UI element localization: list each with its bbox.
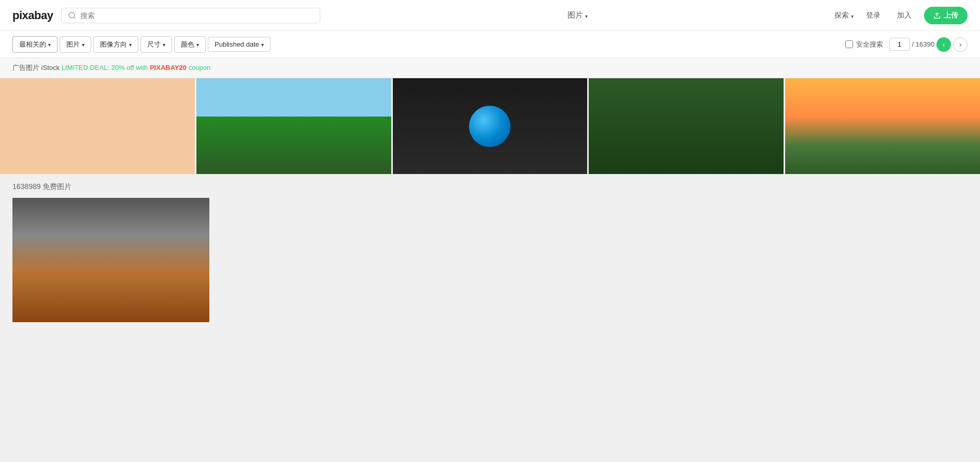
safe-search-checkbox[interactable] xyxy=(845,40,853,48)
most-relevant-chevron xyxy=(48,40,51,48)
filter-bar: 最相关的 图片 图像方向 尺寸 颜色 Published date 安全搜索 /… xyxy=(0,31,980,58)
upload-button[interactable]: 上传 xyxy=(924,7,968,24)
filter-most-relevant[interactable]: 最相关的 xyxy=(12,36,58,53)
next-chevron xyxy=(959,40,962,49)
join-button[interactable]: 加入 xyxy=(893,9,916,22)
istock-image-row xyxy=(0,78,980,174)
filter-orientation[interactable]: 图像方向 xyxy=(93,36,138,53)
media-type-dropdown[interactable]: 图片 xyxy=(563,8,592,22)
ad-banner: 广告图片 iStock LIMITED DEAL: 20% off with P… xyxy=(0,58,980,78)
istock-image-1[interactable] xyxy=(0,78,195,174)
media-dropdown-chevron xyxy=(585,11,588,20)
published-date-chevron xyxy=(261,40,264,48)
filter-bar-right: 安全搜索 / 16390 xyxy=(845,37,968,52)
search-bar[interactable] xyxy=(61,8,320,23)
filter-images[interactable]: 图片 xyxy=(60,36,91,53)
page-next-button[interactable] xyxy=(953,37,968,52)
prev-chevron xyxy=(943,40,945,49)
size-chevron xyxy=(163,40,165,48)
nav-center: 图片 xyxy=(329,8,826,22)
orientation-chevron xyxy=(129,40,132,48)
page-number-input[interactable] xyxy=(889,38,910,51)
ad-promo-code: PIXABAY20 xyxy=(150,64,187,71)
page-prev-button[interactable] xyxy=(936,37,951,52)
istock-image-2[interactable] xyxy=(196,78,391,174)
explore-button[interactable]: 探索 xyxy=(834,11,854,20)
filter-published-date[interactable]: Published date xyxy=(208,37,271,52)
free-images-section: 1638989 免费图片 xyxy=(0,174,980,322)
svg-point-0 xyxy=(69,12,75,18)
istock-image-3[interactable] xyxy=(393,78,588,174)
safe-search-label[interactable]: 安全搜索 xyxy=(845,40,883,49)
free-images-grid xyxy=(12,198,968,322)
free-images-count: 1638989 免费图片 xyxy=(12,182,968,192)
search-icon xyxy=(68,11,76,20)
filter-color[interactable]: 颜色 xyxy=(174,36,206,53)
svg-line-1 xyxy=(74,17,76,19)
istock-image-5[interactable] xyxy=(785,78,980,174)
color-chevron xyxy=(196,40,199,48)
search-input[interactable] xyxy=(80,11,314,20)
filter-size[interactable]: 尺寸 xyxy=(140,36,172,53)
header: pixabay 图片 探索 登录 加入 上传 xyxy=(0,0,980,31)
pagination: / 16390 xyxy=(889,37,968,52)
images-chevron xyxy=(82,40,84,48)
logo[interactable]: pixabay xyxy=(12,9,53,22)
explore-chevron xyxy=(851,11,854,20)
istock-image-4[interactable] xyxy=(589,78,784,174)
main-free-image[interactable] xyxy=(12,198,209,322)
login-button[interactable]: 登录 xyxy=(862,9,885,22)
upload-icon xyxy=(933,12,941,19)
header-actions: 探索 登录 加入 上传 xyxy=(834,7,968,24)
ad-limited-deal-link[interactable]: LIMITED DEAL: 20% off with xyxy=(62,64,150,71)
ad-coupon-link[interactable]: coupon xyxy=(189,64,211,71)
earth-globe xyxy=(469,106,510,147)
